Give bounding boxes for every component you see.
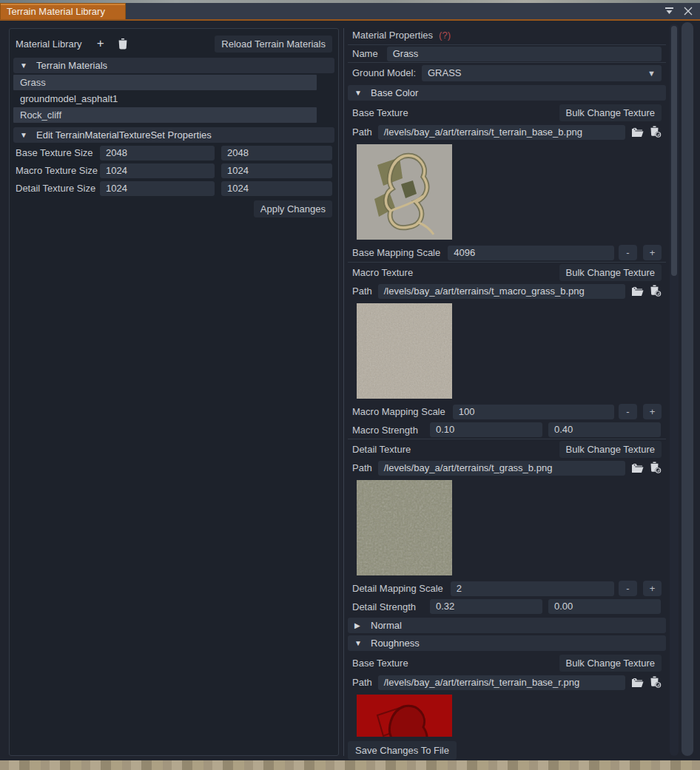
base-mapping-scale-label: Base Mapping Scale	[352, 247, 440, 258]
detail-strength-input-2[interactable]: 0.00	[548, 599, 661, 614]
name-row: Name Grass	[348, 44, 666, 62]
detail-texture-label: Detail Texture	[352, 444, 411, 455]
base-texture-size-row: Base Texture Size 2048 2048	[13, 145, 334, 161]
macro-texture-size-height-input[interactable]: 1024	[221, 163, 332, 178]
detail-texture-path-input[interactable]: /levels/bay_a/art/terrains/t_grass_b.png	[378, 461, 625, 476]
save-changes-to-file-button[interactable]: Save Changes To File	[348, 741, 457, 760]
close-icon[interactable]	[683, 6, 693, 16]
decrement-button[interactable]: -	[619, 404, 637, 419]
trash-icon	[118, 38, 128, 50]
textureset-properties-section-header[interactable]: ▼ Edit TerrainMaterialTextureSet Propert…	[13, 127, 334, 143]
roughness-base-texture-path-input[interactable]: /levels/bay_a/art/terrains/t_terrain_bas…	[378, 675, 625, 690]
chevron-down-icon: ▼	[20, 131, 28, 139]
game-background-bottom	[0, 760, 700, 770]
clear-texture-icon[interactable]	[650, 675, 662, 690]
ground-model-value: GRASS	[428, 67, 462, 78]
base-texture-size-width-input[interactable]: 2048	[100, 146, 215, 161]
roughness-section-label: Roughness	[371, 638, 420, 649]
macro-mapping-scale-input[interactable]: 100	[453, 405, 614, 419]
panel-divider[interactable]	[343, 28, 344, 756]
material-properties-scroll-area: Material Properties (?) Name Grass Groun…	[348, 25, 666, 737]
macro-mapping-scale-label: Macro Mapping Scale	[352, 406, 445, 417]
increment-button[interactable]: +	[643, 404, 662, 419]
browse-folder-icon[interactable]	[631, 675, 644, 690]
base-mapping-scale-row: Base Mapping Scale 4096 - +	[348, 243, 666, 262]
detail-texture-size-row: Detail Texture Size 1024 1024	[13, 180, 334, 196]
base-mapping-scale-input[interactable]: 4096	[448, 246, 614, 260]
increment-button[interactable]: +	[643, 581, 662, 596]
reload-terrain-materials-button[interactable]: Reload Terrain Materials	[215, 36, 332, 53]
clear-texture-icon[interactable]	[650, 125, 662, 140]
normal-section-header[interactable]: ▶ Normal	[348, 618, 666, 633]
macro-strength-label: Macro Strength	[352, 425, 424, 436]
macro-texture-path-input[interactable]: /levels/bay_a/art/terrains/t_macro_grass…	[378, 284, 625, 299]
browse-folder-icon[interactable]	[631, 461, 644, 476]
material-library-panel: Material Library + Reload Terrain Materi…	[9, 28, 339, 756]
roughness-base-texture-preview	[357, 695, 452, 737]
clear-texture-icon[interactable]	[650, 461, 662, 476]
browse-folder-icon[interactable]	[631, 125, 644, 140]
titlebar-icons	[664, 3, 700, 19]
macro-texture-label: Macro Texture	[352, 267, 413, 278]
detail-strength-input-1[interactable]: 0.32	[430, 599, 542, 614]
chevron-down-icon: ▼	[354, 89, 363, 97]
window-scrollbar[interactable]	[682, 22, 693, 756]
material-list: Grass groundmodel_asphalt1 Rock_cliff	[13, 75, 334, 123]
increment-button[interactable]: +	[643, 245, 662, 260]
textureset-properties-section-label: Edit TerrainMaterialTextureSet Propertie…	[36, 129, 212, 141]
base-texture-size-height-input[interactable]: 2048	[221, 146, 332, 161]
detail-texture-size-label: Detail Texture Size	[16, 183, 100, 194]
list-item-groundmodel-asphalt1[interactable]: groundmodel_asphalt1	[13, 91, 317, 107]
ground-model-select[interactable]: GRASS ▼	[422, 65, 662, 81]
detail-texture-size-width-input[interactable]: 1024	[100, 181, 215, 196]
window-titlebar: Terrain Material Library	[0, 3, 700, 19]
macro-strength-row: Macro Strength 0.10 0.40	[348, 421, 666, 439]
scrollbar-thumb[interactable]	[671, 26, 677, 276]
macro-texture-size-label: Macro Texture Size	[16, 165, 100, 176]
help-badge[interactable]: (?)	[439, 30, 451, 41]
apply-changes-button[interactable]: Apply Changes	[254, 200, 332, 217]
chevron-right-icon: ▶	[354, 621, 363, 629]
terrain-materials-section-header[interactable]: ▼ Terrain Materials	[13, 58, 334, 73]
detail-texture-preview	[357, 480, 452, 575]
macro-texture-row: Macro Texture Bulk Change Texture	[348, 262, 666, 282]
delete-material-button[interactable]	[115, 36, 131, 52]
base-color-section-header[interactable]: ▼ Base Color	[348, 85, 666, 101]
macro-texture-preview	[357, 303, 452, 399]
base-texture-preview	[357, 144, 452, 240]
name-input[interactable]: Grass	[387, 47, 662, 61]
window-menu-icon[interactable]	[664, 6, 674, 16]
detail-mapping-scale-row: Detail Mapping Scale 2 - +	[348, 579, 666, 598]
browse-folder-icon[interactable]	[631, 284, 644, 299]
clear-texture-icon[interactable]	[650, 284, 662, 299]
decrement-button[interactable]: -	[619, 245, 637, 260]
base-texture-path-row: Path /levels/bay_a/art/terrains/t_terrai…	[348, 123, 666, 141]
macro-strength-input-2[interactable]: 0.40	[548, 422, 661, 437]
macro-texture-size-width-input[interactable]: 1024	[100, 163, 215, 178]
material-library-title: Material Library	[16, 38, 82, 50]
base-texture-path-input[interactable]: /levels/bay_a/art/terrains/t_terrain_bas…	[378, 125, 625, 140]
roughness-section-header[interactable]: ▼ Roughness	[348, 635, 666, 651]
list-item-grass[interactable]: Grass	[13, 75, 317, 90]
list-item-rock-cliff[interactable]: Rock_cliff	[13, 107, 317, 123]
detail-mapping-scale-input[interactable]: 2	[451, 581, 614, 596]
window-tab[interactable]: Terrain Material Library	[0, 3, 126, 19]
bulk-change-texture-button[interactable]: Bulk Change Texture	[559, 264, 662, 281]
roughness-base-texture-path-row: Path /levels/bay_a/art/terrains/t_terrai…	[348, 673, 666, 692]
terrain-materials-section-label: Terrain Materials	[36, 60, 107, 71]
chevron-down-icon: ▼	[647, 69, 656, 78]
bulk-change-texture-button[interactable]: Bulk Change Texture	[559, 441, 662, 458]
material-properties-header: Material Properties (?)	[348, 25, 666, 44]
base-texture-row: Base Texture Bulk Change Texture	[348, 103, 666, 123]
bulk-change-texture-button[interactable]: Bulk Change Texture	[559, 655, 662, 672]
detail-texture-size-height-input[interactable]: 1024	[221, 181, 332, 196]
macro-texture-path-row: Path /levels/bay_a/art/terrains/t_macro_…	[348, 282, 666, 300]
add-material-button[interactable]: +	[92, 36, 109, 52]
decrement-button[interactable]: -	[619, 581, 637, 596]
material-properties-panel: Material Properties (?) Name Grass Groun…	[348, 25, 666, 760]
macro-strength-input-1[interactable]: 0.10	[430, 422, 542, 437]
macro-mapping-scale-row: Macro Mapping Scale 100 - +	[348, 402, 666, 421]
path-label: Path	[352, 677, 372, 688]
bulk-change-texture-button[interactable]: Bulk Change Texture	[559, 104, 662, 121]
right-panel-scrollbar[interactable]	[670, 24, 679, 756]
